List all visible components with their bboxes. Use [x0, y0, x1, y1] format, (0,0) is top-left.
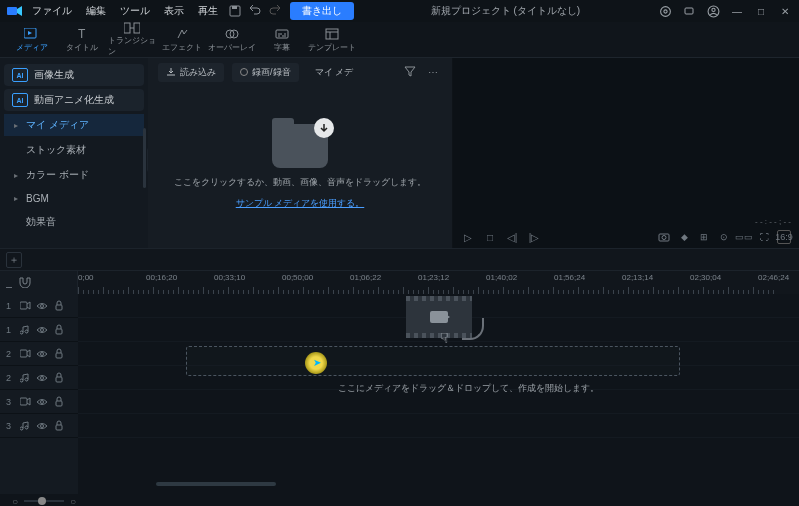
lock-icon[interactable] [53, 348, 65, 360]
menu-view[interactable]: 表示 [158, 2, 190, 20]
ruler-mark: 00;33;10 [214, 273, 245, 282]
stop-icon[interactable]: □ [483, 230, 497, 244]
zoom-in-icon[interactable]: ○ [70, 496, 76, 507]
mymedia-dropdown[interactable]: マイ メデ [307, 63, 362, 82]
aspect-ratio-button[interactable]: 16:9 [777, 230, 791, 244]
ai-video-gen-button[interactable]: AI 動画アニメ化生成 [4, 89, 144, 111]
timeline-body[interactable]: ☟ ➤ ここにメディアをドラッグ＆ドロップして、作成を開始します。 [78, 294, 799, 494]
lock-icon[interactable] [53, 420, 65, 432]
menu-edit[interactable]: 編集 [80, 2, 112, 20]
save-icon[interactable] [226, 2, 244, 20]
media-tab-icon [24, 27, 40, 41]
ai-image-gen-button[interactable]: AI 画像生成 [4, 64, 144, 86]
tab-subtitle[interactable]: 字幕 [258, 24, 306, 56]
notification-icon[interactable] [681, 3, 697, 19]
grid-icon[interactable]: ⊞ [697, 230, 711, 244]
tab-overlay[interactable]: オーバーレイ [208, 24, 256, 56]
filter-icon[interactable] [404, 65, 416, 79]
tab-label: オーバーレイ [208, 42, 256, 53]
menu-tool[interactable]: ツール [114, 2, 156, 20]
window-minimize-icon[interactable]: — [729, 3, 745, 19]
sidebar-scrollbar[interactable] [143, 128, 146, 188]
prev-frame-icon[interactable]: ◁| [505, 230, 519, 244]
visibility-icon[interactable] [36, 420, 48, 432]
tab-template[interactable]: テンプレート [308, 24, 356, 56]
timeline-dropslot[interactable]: ➤ [186, 346, 680, 376]
sidebar-item-stock[interactable]: ストック素材 [4, 139, 144, 161]
ruler-mark: 01;06;22 [350, 273, 381, 282]
track-head[interactable]: 3 [0, 390, 78, 414]
track-number: 1 [6, 301, 14, 311]
snapshot-icon[interactable] [657, 230, 671, 244]
track-head[interactable]: 2 [0, 342, 78, 366]
sidebar-item-mymedia[interactable]: ▸ マイ メディア [4, 114, 144, 136]
record-button[interactable]: 録画/録音 [232, 63, 299, 82]
visibility-icon[interactable] [36, 396, 48, 408]
settings-icon[interactable] [657, 3, 673, 19]
window-close-icon[interactable]: ✕ [777, 3, 793, 19]
window-maximize-icon[interactable]: □ [753, 3, 769, 19]
app-logo-icon [6, 4, 24, 18]
compare-icon[interactable]: ▭▭ [737, 230, 751, 244]
sample-media-link[interactable]: サンプル メディアを使用する。 [236, 197, 365, 210]
svg-rect-2 [232, 6, 237, 9]
tab-effect[interactable]: エフェクト [158, 24, 206, 56]
menu-file[interactable]: ファイル [26, 2, 78, 20]
svg-rect-11 [134, 23, 140, 33]
next-frame-icon[interactable]: |▷ [527, 230, 541, 244]
account-icon[interactable] [705, 3, 721, 19]
tab-label: 字幕 [274, 42, 290, 53]
redo-icon[interactable] [266, 2, 284, 20]
lock-icon[interactable] [53, 300, 65, 312]
cut-mode-icon[interactable]: ⎯ [6, 277, 12, 288]
export-button[interactable]: 書き出し [290, 2, 354, 20]
zoom-out-icon[interactable]: ○ [12, 496, 18, 507]
fullscreen-icon[interactable]: ⛶ [757, 230, 771, 244]
svg-rect-27 [56, 377, 62, 382]
add-track-icon[interactable]: ＋ [6, 252, 22, 268]
play-icon[interactable]: ▷ [461, 230, 475, 244]
sidebar-item-sfx[interactable]: 効果音 [4, 211, 144, 233]
tab-media[interactable]: メディア [8, 24, 56, 56]
more-icon[interactable]: ⋯ [424, 67, 442, 78]
timeline-drop-text: ここにメディアをドラッグ＆ドロップして、作成を開始します。 [338, 382, 599, 395]
tab-label: トランジション [108, 35, 156, 57]
lock-icon[interactable] [53, 324, 65, 336]
tab-label: エフェクト [162, 42, 202, 53]
lock-icon[interactable] [53, 372, 65, 384]
lock-icon[interactable] [53, 396, 65, 408]
sidebar-item-colorboard[interactable]: ▸ カラー ボード [4, 164, 144, 186]
tab-transition[interactable]: トランジション [108, 24, 156, 56]
visibility-icon[interactable] [36, 300, 48, 312]
track-number: 1 [6, 325, 14, 335]
ai-video-label: 動画アニメ化生成 [34, 93, 114, 107]
visibility-icon[interactable] [36, 372, 48, 384]
ruler-mark: 01;56;24 [554, 273, 585, 282]
track-number: 3 [6, 421, 14, 431]
magnet-icon[interactable] [18, 276, 32, 290]
undo-icon[interactable] [246, 2, 264, 20]
track-head[interactable]: 3 [0, 414, 78, 438]
zoom-slider[interactable] [24, 500, 64, 502]
ruler-mark: 02;13;14 [622, 273, 653, 282]
media-dropzone[interactable]: ここをクリックするか、動画、画像、音声をドラッグします。 サンプル メディアを使… [148, 86, 452, 248]
track-number: 2 [6, 373, 14, 383]
zoom-icon[interactable]: ⊙ [717, 230, 731, 244]
timeline-h-scrollbar[interactable] [156, 482, 791, 486]
preview-timecode: - - : - - ; - - [755, 217, 791, 226]
import-button[interactable]: 読み込み [158, 63, 224, 82]
visibility-icon[interactable] [36, 348, 48, 360]
sidebar-item-label: カラー ボード [26, 168, 89, 182]
track-head[interactable]: 1 [0, 294, 78, 318]
preview-panel: - - : - - ; - - ▷ □ ◁| |▷ ◆ ⊞ ⊙ ▭▭ ⛶ 16:… [453, 58, 799, 248]
svg-point-24 [41, 352, 44, 355]
tab-title[interactable]: T タイトル [58, 24, 106, 56]
svg-rect-18 [20, 302, 27, 309]
visibility-icon[interactable] [36, 324, 48, 336]
track-head[interactable]: 2 [0, 366, 78, 390]
import-label: 読み込み [180, 66, 216, 79]
marker-icon[interactable]: ◆ [677, 230, 691, 244]
menu-play[interactable]: 再生 [192, 2, 224, 20]
sidebar-item-bgm[interactable]: ▸ BGM [4, 189, 144, 208]
track-head[interactable]: 1 [0, 318, 78, 342]
